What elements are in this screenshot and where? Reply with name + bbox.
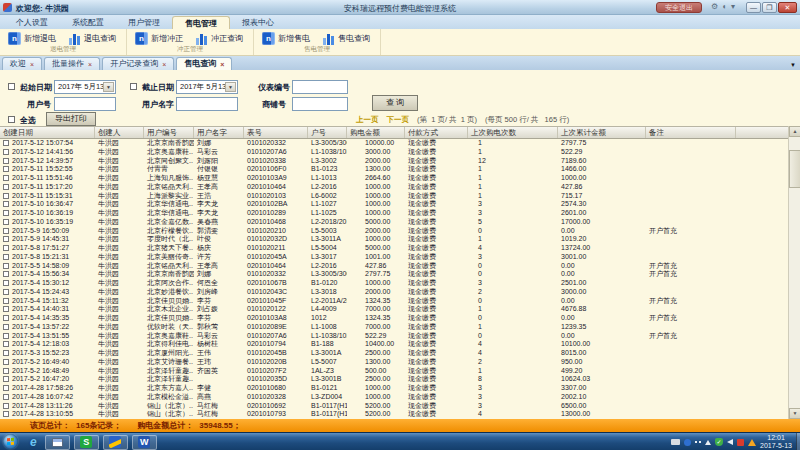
table-row[interactable]: 2017-5-4 15:56:34牛洪园北京京南香韵园刘娜0101020332L…	[0, 270, 788, 279]
taskbar-clock[interactable]: 12:01 2017-5-13	[760, 434, 792, 450]
meter-no-input[interactable]	[292, 80, 348, 94]
row-checkbox[interactable]	[3, 149, 9, 155]
prev-page-link[interactable]: 上一页	[356, 115, 379, 125]
close-tab-icon[interactable]: ×	[30, 61, 34, 68]
theme-icon[interactable]: ◐	[722, 2, 727, 11]
chevron-down-icon[interactable]: ▼	[103, 82, 114, 92]
menu-tab-用户管理[interactable]: 用户管理	[116, 16, 172, 29]
table-row[interactable]: 2017-5-4 13:51:55牛洪园北京奥嘉康鞋..马彩云01010207A…	[0, 332, 788, 341]
row-checkbox[interactable]	[3, 219, 9, 225]
export-print-button[interactable]: 导出打印	[46, 112, 96, 126]
table-row[interactable]: 2017-5-4 13:57:22牛洪园优软时装（天..郭秋莺010102089…	[0, 323, 788, 332]
close-tab-icon[interactable]: ×	[220, 61, 224, 68]
ribbon-button-新增售电[interactable]: n新增售电	[262, 32, 310, 45]
row-checkbox[interactable]	[3, 350, 9, 356]
table-row[interactable]: 2017-5-4 12:18:03牛洪园北京得利佳电..杨树桂020101079…	[0, 340, 788, 349]
row-checkbox[interactable]	[3, 298, 9, 304]
taskbar-app-window-app-icon[interactable]	[45, 435, 70, 450]
row-checkbox[interactable]	[3, 368, 9, 374]
table-row[interactable]: 2017-5-10 16:35:19牛洪园北京金嘉亿数..吴春燕02010104…	[0, 218, 788, 227]
scrollbar-thumb[interactable]	[789, 150, 800, 188]
scroll-up-icon[interactable]: ▲	[789, 126, 800, 137]
row-checkbox[interactable]	[3, 228, 9, 234]
table-row[interactable]: 2017-4-28 13:10:55牛洪园锦山（北京）..马红梅02010107…	[0, 410, 788, 419]
select-all-checkbox[interactable]	[8, 116, 15, 123]
taskbar-app-w-app-icon[interactable]: W	[132, 435, 157, 450]
keyboard-icon[interactable]	[671, 439, 680, 445]
table-row[interactable]: 2017-5-8 15:21:31牛洪园北京美丽传奇..许芳010102045A…	[0, 253, 788, 262]
table-row[interactable]: 2017-5-12 14:39:57牛洪园北京同创聚文..刘露阳01010203…	[0, 157, 788, 166]
row-checkbox[interactable]	[3, 184, 9, 190]
close-tab-icon[interactable]: ×	[88, 61, 92, 68]
column-header-购电金额[interactable]: 购电金额	[347, 127, 405, 138]
user-name-input[interactable]	[176, 97, 238, 111]
row-checkbox[interactable]	[3, 341, 9, 347]
table-row[interactable]: 2017-5-11 15:52:55牛洪园付青青付银银02010106F0B1-…	[0, 165, 788, 174]
show-desktop-button[interactable]	[796, 433, 800, 450]
doc-tab-欢迎[interactable]: 欢迎×	[2, 57, 42, 70]
end-date-picker[interactable]: 2017年 5月13日 ▼	[176, 80, 238, 94]
ribbon-button-售电查询[interactable]: 售电查询	[322, 32, 370, 45]
network-icon[interactable]	[684, 439, 691, 446]
row-checkbox[interactable]	[3, 376, 9, 382]
scroll-down-icon[interactable]: ▼	[789, 408, 800, 419]
notification-flag-icon[interactable]	[737, 439, 744, 446]
column-header-付款方式[interactable]: 付款方式	[405, 127, 468, 138]
ribbon-button-退电查询[interactable]: 退电查询	[68, 32, 116, 45]
row-checkbox[interactable]	[3, 245, 9, 251]
ribbon-button-冲正查询[interactable]: 冲正查询	[195, 32, 243, 45]
logout-button[interactable]: 安全退出	[656, 2, 702, 13]
row-checkbox[interactable]	[3, 166, 9, 172]
vertical-scrollbar[interactable]: ▲ ▼	[788, 126, 800, 419]
table-row[interactable]: 2017-5-9 16:50:09牛洪园北京柠檬餐饮..郭清雯010102021…	[0, 227, 788, 236]
table-row[interactable]: 2017-5-2 16:47:20牛洪园北京泽轩童趣..010102035DL3…	[0, 375, 788, 384]
row-checkbox[interactable]	[3, 158, 9, 164]
doc-tab-批量操作[interactable]: 批量操作×	[44, 57, 100, 70]
show-hidden-icons-icon[interactable]	[705, 440, 711, 445]
column-header-备注[interactable]: 备注	[646, 127, 736, 138]
table-row[interactable]: 2017-5-5 14:58:09牛洪园北京铭晶天利..王孝高020101046…	[0, 262, 788, 271]
menu-tab-个人设置[interactable]: 个人设置	[4, 16, 60, 29]
row-checkbox[interactable]	[3, 333, 9, 339]
row-checkbox[interactable]	[3, 315, 9, 321]
table-row[interactable]: 2017-5-4 15:30:12牛洪园北京阿次合作..何恩全020101067…	[0, 279, 788, 288]
end-date-checkbox[interactable]	[130, 83, 137, 90]
table-row[interactable]: 2017-5-11 15:15:31牛洪园上海派黎实业..王浩010102010…	[0, 192, 788, 201]
row-checkbox[interactable]	[3, 263, 9, 269]
column-header-创建人[interactable]: 创建人	[95, 127, 144, 138]
row-checkbox[interactable]	[3, 411, 9, 417]
column-header-创建日期[interactable]: 创建日期	[0, 127, 95, 138]
column-header-用户编号[interactable]: 用户编号	[144, 127, 194, 138]
search-button[interactable]: 查 询	[372, 95, 418, 111]
close-tab-icon[interactable]: ×	[162, 61, 166, 68]
column-header-表号[interactable]: 表号	[244, 127, 308, 138]
column-header-上次购电次数[interactable]: 上次购电次数	[468, 127, 558, 138]
taskbar-app-s-app-icon[interactable]: S	[74, 435, 99, 450]
table-row[interactable]: 2017-5-10 16:36:47牛洪园北京华信通电..李天龙02010102…	[0, 200, 788, 209]
user-no-input[interactable]	[54, 97, 116, 111]
table-row[interactable]: 2017-4-28 13:11:26牛洪园锦山（北京）..马红梅02010106…	[0, 402, 788, 411]
taskbar-app-flag-app-icon[interactable]	[103, 435, 128, 450]
row-checkbox[interactable]	[3, 385, 9, 391]
volume-icon[interactable]	[727, 439, 733, 445]
row-checkbox[interactable]	[3, 236, 9, 242]
column-header-用户名字[interactable]: 用户名字	[194, 127, 244, 138]
table-row[interactable]: 2017-4-28 17:58:26牛洪园北京东方嘉人..李健020101068…	[0, 384, 788, 393]
table-row[interactable]: 2017-5-11 15:51:46牛洪园上海知凡服饰..杨亚慧02010103…	[0, 174, 788, 183]
table-row[interactable]: 2017-5-2 16:48:49牛洪园北京泽轩童趣..齐国英01010207F…	[0, 367, 788, 376]
dropdown-arrow-icon[interactable]: ▾	[731, 2, 735, 11]
row-checkbox[interactable]	[3, 271, 9, 277]
row-checkbox[interactable]	[3, 403, 9, 409]
row-checkbox[interactable]	[3, 175, 9, 181]
ribbon-button-新增退电[interactable]: n新增退电	[8, 32, 56, 45]
row-checkbox[interactable]	[3, 201, 9, 207]
warning-icon[interactable]	[748, 439, 756, 446]
chevron-down-icon[interactable]: ▼	[225, 82, 236, 92]
row-checkbox[interactable]	[3, 394, 9, 400]
table-row[interactable]: 2017-5-10 16:36:19牛洪园北京华信通电..李天龙02010102…	[0, 209, 788, 218]
row-checkbox[interactable]	[3, 193, 9, 199]
minimize-button[interactable]: —	[746, 2, 761, 13]
table-row[interactable]: 2017-5-12 15:07:54牛洪园北京京南香韵园刘娜0101020332…	[0, 139, 788, 148]
shop-no-input[interactable]	[292, 97, 348, 111]
internet-explorer-icon[interactable]: e	[26, 435, 41, 449]
